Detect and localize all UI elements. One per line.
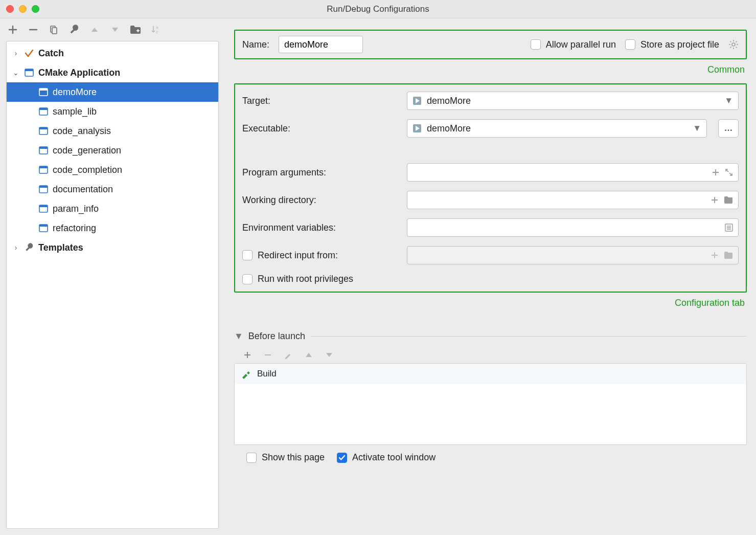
catch-icon <box>24 49 34 58</box>
tree-group-label: CMake Application <box>38 68 120 78</box>
tree-item[interactable]: code_completion <box>7 160 218 180</box>
caret-down-icon: ▼ <box>693 123 701 133</box>
tree-group-label: Catch <box>38 48 64 59</box>
svg-point-22 <box>732 43 735 46</box>
copy-config-button[interactable] <box>48 24 59 35</box>
svg-rect-7 <box>39 88 48 91</box>
tree-item[interactable]: documentation <box>7 180 218 199</box>
browse-executable-button[interactable]: … <box>718 119 739 138</box>
plus-icon[interactable] <box>712 168 720 176</box>
add-task-button[interactable] <box>242 350 253 360</box>
app-icon <box>38 224 49 233</box>
gear-icon[interactable] <box>728 39 739 50</box>
tree-group-cmake[interactable]: ⌄ CMake Application <box>7 63 218 82</box>
executable-value: demoMore <box>427 123 688 134</box>
config-tree[interactable]: › Catch ⌄ CMake Application demoMore <box>6 41 219 529</box>
tree-group-label: Templates <box>38 242 83 253</box>
executable-combo[interactable]: demoMore ▼ <box>407 119 707 138</box>
move-down-button[interactable] <box>109 24 121 35</box>
folder-button[interactable] <box>130 24 141 35</box>
svg-rect-21 <box>39 225 48 227</box>
tree-item[interactable]: code_analysis <box>7 121 218 141</box>
tree-group-templates[interactable]: › Templates <box>7 238 218 257</box>
allow-parallel-label: Allow parallel run <box>546 39 616 50</box>
tree-group-catch[interactable]: › Catch <box>7 43 218 63</box>
divider <box>310 336 747 337</box>
configuration-caption: Configuration tab <box>234 298 745 308</box>
svg-rect-15 <box>39 166 48 168</box>
working-dir-label: Working directory: <box>242 195 401 206</box>
redirect-input-checkbox[interactable]: Redirect input from: <box>242 250 401 261</box>
env-vars-input[interactable] <box>407 218 739 237</box>
app-icon <box>38 87 49 97</box>
store-project-label: Store as project file <box>640 39 719 50</box>
store-project-checkbox[interactable]: Store as project file <box>625 39 719 50</box>
checkbox-checked-icon <box>337 453 347 463</box>
collapse-icon[interactable]: ▼ <box>234 331 243 342</box>
executable-label: Executable: <box>242 123 401 134</box>
tree-item[interactable]: refactoring <box>7 218 218 238</box>
tree-item-label: refactoring <box>53 223 96 234</box>
move-up-button[interactable] <box>89 24 100 35</box>
before-launch-toolbar <box>234 342 747 363</box>
svg-rect-9 <box>39 108 48 110</box>
svg-rect-17 <box>39 186 48 188</box>
tree-item[interactable]: param_info <box>7 199 218 218</box>
window-title: Run/Debug Configurations <box>0 4 756 14</box>
app-icon <box>38 165 49 174</box>
redirect-input-field <box>407 246 739 264</box>
svg-text:a: a <box>156 25 158 30</box>
before-launch-title: Before launch <box>248 331 305 342</box>
before-launch-list[interactable]: Build <box>234 363 747 445</box>
chevron-right-icon: › <box>12 49 20 57</box>
main-panel: Name: Allow parallel run Store as projec… <box>225 18 756 535</box>
activate-tool-window-checkbox[interactable]: Activate tool window <box>337 452 436 463</box>
env-vars-label: Environment variables: <box>242 222 401 233</box>
app-icon <box>38 126 49 136</box>
sort-button[interactable]: az <box>150 24 162 35</box>
tree-item-label: documentation <box>53 184 113 195</box>
working-dir-input[interactable] <box>407 191 739 209</box>
remove-config-button[interactable] <box>28 24 39 35</box>
target-combo[interactable]: demoMore ▼ <box>407 92 739 110</box>
show-page-checkbox[interactable]: Show this page <box>246 452 325 463</box>
common-caption: Common <box>234 64 745 75</box>
edit-templates-button[interactable] <box>68 24 80 35</box>
tree-item-demomore[interactable]: demoMore <box>7 82 218 102</box>
remove-task-button[interactable] <box>263 350 273 360</box>
app-icon <box>38 204 49 213</box>
tree-item[interactable]: sample_lib <box>7 102 218 121</box>
chevron-down-icon: ⌄ <box>12 69 20 77</box>
svg-text:z: z <box>156 30 158 34</box>
before-launch-item[interactable]: Build <box>235 364 746 384</box>
svg-rect-19 <box>39 205 48 207</box>
folder-icon <box>724 251 733 259</box>
tree-item[interactable]: code_generation <box>7 141 218 160</box>
target-label: Target: <box>242 96 401 106</box>
name-input[interactable] <box>279 36 363 53</box>
move-task-down-button[interactable] <box>324 350 334 360</box>
list-icon[interactable] <box>725 224 733 232</box>
app-icon <box>24 68 34 77</box>
add-config-button[interactable] <box>7 24 18 35</box>
tree-item-label: demoMore <box>53 87 97 98</box>
run-icon <box>413 96 422 105</box>
edit-task-button[interactable] <box>283 350 293 360</box>
expand-icon[interactable] <box>725 168 733 176</box>
tree-item-label: code_analysis <box>53 126 111 137</box>
move-task-up-button[interactable] <box>304 350 314 360</box>
checkbox-icon <box>531 39 541 50</box>
app-icon <box>38 107 49 116</box>
svg-rect-13 <box>39 147 48 149</box>
program-args-input[interactable] <box>407 163 739 182</box>
run-root-checkbox[interactable]: Run with root privileges <box>242 274 353 284</box>
allow-parallel-checkbox[interactable]: Allow parallel run <box>531 39 616 50</box>
name-label: Name: <box>242 39 269 50</box>
run-icon <box>413 124 422 133</box>
run-root-label: Run with root privileges <box>258 274 353 284</box>
folder-icon[interactable] <box>724 196 733 204</box>
checkbox-icon <box>625 39 635 50</box>
plus-icon[interactable] <box>711 196 719 204</box>
activate-tool-window-label: Activate tool window <box>352 452 436 463</box>
hammer-icon <box>241 369 251 379</box>
